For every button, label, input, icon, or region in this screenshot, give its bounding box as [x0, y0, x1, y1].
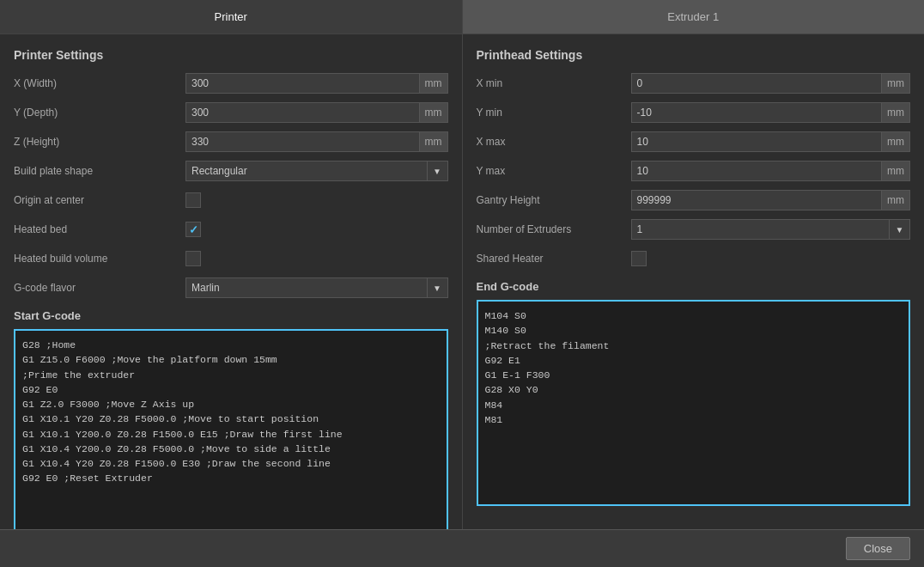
input-group-y-max: mm	[631, 161, 911, 181]
input-group-x-width: mm	[185, 73, 448, 94]
input-group-y-depth: mm	[185, 102, 448, 123]
dropdown-gcode-flavor: Marlin ▼	[185, 277, 448, 298]
label-gantry-height: Gantry Height	[477, 194, 631, 206]
value-origin-center	[185, 192, 448, 208]
row-x-width: X (Width) mm	[14, 72, 448, 94]
label-build-plate-shape: Build plate shape	[14, 165, 185, 177]
input-group-z-height: mm	[185, 131, 448, 152]
checkbox-heated-build-volume[interactable]	[185, 251, 201, 266]
close-button[interactable]: Close	[846, 537, 910, 560]
value-heated-build-volume	[185, 251, 448, 266]
dropdown-num-extruders: 1 ▼	[631, 219, 911, 240]
value-gcode-flavor: Marlin ▼	[185, 277, 448, 298]
unit-z-height: mm	[420, 131, 448, 152]
value-shared-heater	[631, 251, 911, 266]
chevron-down-icon-gcode-flavor[interactable]: ▼	[428, 277, 448, 298]
chevron-down-icon-build-plate[interactable]: ▼	[428, 161, 448, 181]
input-group-x-max: mm	[631, 131, 911, 152]
label-shared-heater: Shared Heater	[477, 253, 631, 265]
unit-x-min: mm	[882, 73, 910, 94]
tab-printer[interactable]: Printer	[0, 0, 462, 34]
label-z-height: Z (Height)	[14, 136, 185, 148]
label-num-extruders: Number of Extruders	[477, 223, 631, 235]
label-gcode-flavor: G-code flavor	[14, 282, 185, 294]
input-group-y-min: mm	[631, 102, 911, 123]
dropdown-build-plate-shape: Rectangular ▼	[185, 161, 448, 181]
value-gantry-height: mm	[631, 190, 911, 210]
checkbox-origin-center[interactable]	[185, 192, 201, 208]
value-y-min: mm	[631, 102, 911, 123]
tab-extruder1[interactable]: Extruder 1	[463, 0, 925, 34]
row-heated-build-volume: Heated build volume	[14, 247, 448, 270]
end-gcode-title: End G-code	[477, 280, 911, 293]
chevron-down-icon-num-extruders[interactable]: ▼	[890, 219, 910, 240]
value-heated-bed: ✓	[185, 222, 448, 237]
row-z-height: Z (Height) mm	[14, 131, 448, 153]
tab-bar: Printer Extruder 1	[0, 0, 924, 34]
content-area: Printer Settings X (Width) mm Y (Depth)	[0, 34, 924, 529]
input-x-min[interactable]	[631, 73, 883, 94]
unit-gantry-height: mm	[882, 190, 910, 210]
label-origin-center: Origin at center	[14, 194, 185, 206]
printer-section-title: Printer Settings	[14, 48, 448, 62]
checkbox-heated-bed[interactable]: ✓	[185, 222, 201, 237]
input-y-min[interactable]	[631, 102, 883, 123]
value-num-extruders: 1 ▼	[631, 219, 911, 240]
row-y-max: Y max mm	[477, 160, 911, 182]
row-gantry-height: Gantry Height mm	[477, 189, 911, 211]
input-group-gantry-height: mm	[631, 190, 911, 210]
unit-y-max: mm	[882, 161, 910, 181]
label-y-depth: Y (Depth)	[14, 107, 185, 119]
start-gcode-textarea[interactable]: G28 ;Home G1 Z15.0 F6000 ;Move the platf…	[14, 329, 448, 529]
label-x-min: X min	[477, 77, 631, 89]
input-gantry-height[interactable]	[631, 190, 883, 210]
label-y-min: Y min	[477, 107, 631, 119]
bottom-bar: Close	[0, 529, 924, 567]
value-y-max: mm	[631, 161, 911, 181]
tab-printer-label: Printer	[215, 10, 247, 23]
row-y-depth: Y (Depth) mm	[14, 101, 448, 124]
dropdown-build-plate-shape-value[interactable]: Rectangular	[185, 161, 428, 181]
unit-x-max: mm	[882, 131, 910, 152]
value-x-max: mm	[631, 131, 911, 152]
end-gcode-section: End G-code M104 S0 M140 S0 ;Retract the …	[477, 280, 911, 509]
unit-y-depth: mm	[420, 102, 448, 123]
unit-y-min: mm	[882, 102, 910, 123]
row-heated-bed: Heated bed ✓	[14, 218, 448, 241]
input-z-height[interactable]	[185, 131, 420, 152]
label-y-max: Y max	[477, 165, 631, 177]
input-group-x-min: mm	[631, 73, 911, 94]
dropdown-num-extruders-value[interactable]: 1	[631, 219, 891, 240]
input-x-width[interactable]	[185, 73, 420, 94]
row-y-min: Y min mm	[477, 101, 911, 124]
label-heated-bed: Heated bed	[14, 223, 185, 235]
value-x-width: mm	[185, 73, 448, 94]
start-gcode-section: Start G-code G28 ;Home G1 Z15.0 F6000 ;M…	[14, 309, 448, 529]
row-gcode-flavor: G-code flavor Marlin ▼	[14, 277, 448, 299]
input-y-depth[interactable]	[185, 102, 420, 123]
start-gcode-title: Start G-code	[14, 309, 448, 322]
row-x-max: X max mm	[477, 131, 911, 153]
value-y-depth: mm	[185, 102, 448, 123]
end-gcode-textarea[interactable]: M104 S0 M140 S0 ;Retract the filament G9…	[477, 300, 911, 506]
row-num-extruders: Number of Extruders 1 ▼	[477, 218, 911, 241]
input-y-max[interactable]	[631, 161, 883, 181]
tab-extruder1-label: Extruder 1	[667, 10, 719, 23]
value-build-plate-shape: Rectangular ▼	[185, 161, 448, 181]
row-origin-center: Origin at center	[14, 189, 448, 211]
input-x-max[interactable]	[631, 131, 883, 152]
label-heated-build-volume: Heated build volume	[14, 253, 185, 265]
dropdown-gcode-flavor-value[interactable]: Marlin	[185, 277, 428, 298]
row-shared-heater: Shared Heater	[477, 247, 911, 270]
extruder-section-title: Printhead Settings	[477, 48, 911, 62]
value-z-height: mm	[185, 131, 448, 152]
row-build-plate-shape: Build plate shape Rectangular ▼	[14, 160, 448, 182]
checkmark-heated-bed: ✓	[189, 223, 198, 236]
label-x-width: X (Width)	[14, 77, 185, 89]
checkbox-shared-heater[interactable]	[631, 251, 647, 266]
value-x-min: mm	[631, 73, 911, 94]
row-x-min: X min mm	[477, 72, 911, 94]
unit-x-width: mm	[420, 73, 448, 94]
label-x-max: X max	[477, 136, 631, 148]
printer-panel: Printer Settings X (Width) mm Y (Depth)	[0, 34, 462, 529]
